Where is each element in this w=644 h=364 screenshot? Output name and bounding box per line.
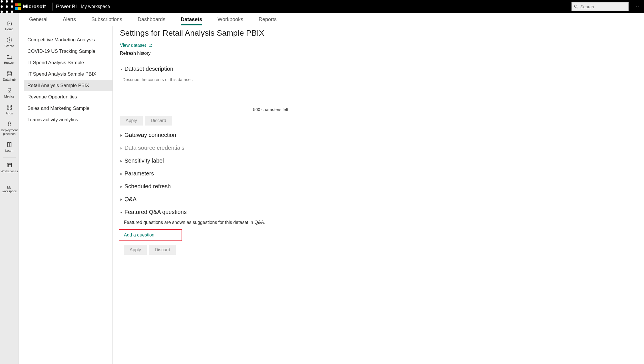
divider xyxy=(52,3,53,11)
dataset-item-selected[interactable]: Retail Analysis Sample PBIX xyxy=(24,80,112,91)
svg-marker-22 xyxy=(120,134,122,137)
svg-marker-26 xyxy=(120,186,122,188)
section-header-parameters[interactable]: Parameters xyxy=(120,170,627,177)
caret-right-icon xyxy=(120,132,123,138)
section-label: Q&A xyxy=(124,196,136,203)
svg-point-4 xyxy=(6,5,8,8)
section-header-gateway[interactable]: Gateway connection xyxy=(120,132,627,138)
page-title: Settings for Retail Analysis Sample PBIX xyxy=(120,29,627,38)
svg-point-9 xyxy=(574,5,577,7)
svg-point-7 xyxy=(6,11,8,13)
svg-point-14 xyxy=(7,71,11,73)
section-label: Gateway connection xyxy=(124,132,176,138)
dataset-item[interactable]: Competitive Marketing Analysis xyxy=(24,34,112,46)
microsoft-label: Microsoft xyxy=(23,4,46,10)
tab-datasets[interactable]: Datasets xyxy=(181,14,202,25)
featured-description: Featured questions are shown as suggesti… xyxy=(124,220,627,225)
char-count: 500 characters left xyxy=(120,107,288,112)
tab-dashboards[interactable]: Dashboards xyxy=(138,14,165,25)
nav-divider xyxy=(3,157,16,157)
section-header-featured[interactable]: Featured Q&A questions xyxy=(120,209,627,215)
more-options-button[interactable]: ⋯ xyxy=(633,0,644,13)
app-launcher-icon[interactable] xyxy=(0,0,14,13)
tab-subscriptions[interactable]: Subscriptions xyxy=(91,14,122,25)
svg-marker-27 xyxy=(120,199,122,201)
svg-point-3 xyxy=(1,5,3,8)
section-label: Featured Q&A questions xyxy=(124,209,187,215)
trophy-icon xyxy=(6,87,13,94)
dataset-item[interactable]: IT Spend Analysis Sample PBIX xyxy=(24,68,112,80)
settings-tabs: General Alerts Subscriptions Dashboards … xyxy=(19,13,644,26)
search-input[interactable] xyxy=(580,4,626,9)
section-label: Scheduled refresh xyxy=(124,183,171,190)
workspaces-icon xyxy=(6,162,13,168)
tab-alerts[interactable]: Alerts xyxy=(63,14,76,25)
nav-label: Workspaces xyxy=(1,169,18,173)
section-label: Sensitivity label xyxy=(124,157,164,164)
nav-label: Deployment pipelines xyxy=(1,128,18,136)
caret-right-icon xyxy=(120,196,123,203)
nav-datahub[interactable]: Data hub xyxy=(0,68,19,84)
caret-right-icon xyxy=(120,183,123,190)
refresh-history-link[interactable]: Refresh history xyxy=(120,51,151,56)
svg-point-6 xyxy=(1,11,3,13)
nav-my-workspace[interactable]: My workspace xyxy=(0,182,19,196)
search-box[interactable] xyxy=(571,2,629,11)
nav-metrics[interactable]: Metrics xyxy=(0,84,19,101)
view-dataset-link[interactable]: View dataset xyxy=(120,43,146,48)
caret-right-icon xyxy=(120,145,123,151)
nav-apps[interactable]: Apps xyxy=(0,101,19,118)
section-header-qna[interactable]: Q&A xyxy=(120,196,627,203)
nav-deployment[interactable]: Deployment pipelines xyxy=(0,118,19,139)
description-textarea[interactable] xyxy=(120,75,288,104)
apply-button[interactable]: Apply xyxy=(124,245,147,255)
dataset-item[interactable]: Sales and Marketing Sample xyxy=(24,103,112,114)
svg-marker-21 xyxy=(120,69,122,70)
nav-workspaces[interactable]: Workspaces xyxy=(0,159,19,176)
nav-browse[interactable]: Browse xyxy=(0,51,19,68)
tab-reports[interactable]: Reports xyxy=(259,14,277,25)
section-header-credentials[interactable]: Data source credentials xyxy=(120,145,627,151)
nav-learn[interactable]: Learn xyxy=(0,139,19,155)
svg-point-1 xyxy=(6,0,8,3)
tab-general[interactable]: General xyxy=(29,14,47,25)
section-label: Data source credentials xyxy=(124,145,184,151)
nav-label: My workspace xyxy=(2,186,17,193)
svg-point-8 xyxy=(11,11,13,13)
svg-point-0 xyxy=(1,0,3,3)
dataset-item[interactable]: Revenue Opportunities xyxy=(24,91,112,103)
svg-line-10 xyxy=(577,7,578,8)
external-link-icon xyxy=(148,43,152,47)
microsoft-logo[interactable]: Microsoft xyxy=(14,3,49,10)
svg-marker-23 xyxy=(120,147,122,149)
nav-label: Browse xyxy=(4,61,15,65)
caret-right-icon xyxy=(120,157,123,164)
discard-button[interactable]: Discard xyxy=(145,116,172,126)
breadcrumb[interactable]: My workspace xyxy=(81,4,110,9)
folder-icon xyxy=(6,54,13,60)
svg-rect-18 xyxy=(10,108,11,110)
tab-workbooks[interactable]: Workbooks xyxy=(218,14,243,25)
app-name[interactable]: Power BI xyxy=(56,4,77,10)
discard-button[interactable]: Discard xyxy=(149,245,176,255)
svg-rect-17 xyxy=(7,108,9,110)
section-header-sensitivity[interactable]: Sensitivity label xyxy=(120,157,627,164)
nav-home[interactable]: Home xyxy=(0,17,19,34)
left-nav: Home Create Browse Data hub Metrics Apps… xyxy=(0,13,19,364)
nav-label: Data hub xyxy=(3,78,16,82)
svg-rect-20 xyxy=(8,164,11,167)
top-header: Microsoft Power BI My workspace ⋯ xyxy=(0,0,644,13)
vertical-divider xyxy=(112,26,113,364)
rocket-icon xyxy=(6,121,13,127)
apply-button[interactable]: Apply xyxy=(120,116,143,126)
home-icon xyxy=(6,20,13,26)
dataset-item[interactable]: COVID-19 US Tracking Sample xyxy=(24,46,112,57)
dataset-item[interactable]: Teams activity analytics xyxy=(24,114,112,126)
section-header-description[interactable]: Dataset description xyxy=(120,66,627,72)
section-header-scheduled[interactable]: Scheduled refresh xyxy=(120,183,627,190)
svg-marker-24 xyxy=(120,160,122,162)
svg-rect-15 xyxy=(7,105,9,107)
add-question-link[interactable]: Add a question xyxy=(124,232,154,237)
nav-create[interactable]: Create xyxy=(0,34,19,51)
dataset-item[interactable]: IT Spend Analysis Sample xyxy=(24,57,112,68)
